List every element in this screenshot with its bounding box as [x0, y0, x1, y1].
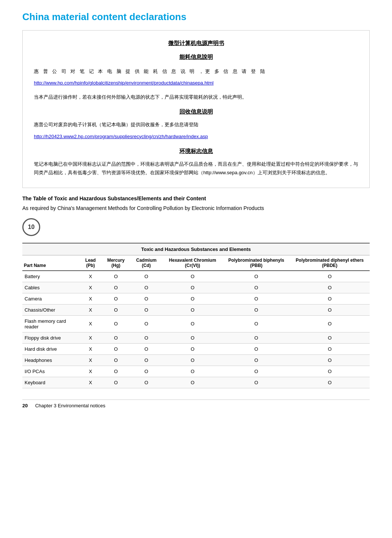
footer-page-number: 20: [22, 403, 28, 408]
footer-chapter: Chapter 3 Environmental notices: [35, 403, 105, 408]
table-row: CameraXOOOOO: [22, 293, 370, 304]
table-row: HeadphonesXOOOOO: [22, 354, 370, 366]
table-row: Flash memory card readerXOOOOO: [22, 315, 370, 332]
table-row: Floppy disk driveXOOOOO: [22, 332, 370, 343]
col-pbb: Polybrominated biphenyls (PBB): [223, 255, 290, 271]
link2[interactable]: http://h20423.www2.hp.com/program/suppli…: [34, 132, 358, 141]
col-lead: Lead (Pb): [80, 255, 102, 271]
table-row: Chassis/OtherXOOOOO: [22, 304, 370, 315]
table-row: CablesXOOOOO: [22, 282, 370, 293]
chinese-content-box: 微型计算机电源声明书 能耗信息說明 惠 普 公 司 对 笔 记 本 电 脑 提 …: [22, 30, 370, 188]
toxic-substances-table: Toxic and Hazardous Substances and Eleme…: [22, 243, 370, 388]
table-row: BatteryXOOOOO: [22, 271, 370, 282]
page-footer: 20 Chapter 3 Environmental notices: [22, 399, 370, 408]
table-row: KeyboardXOOOOO: [22, 377, 370, 388]
link1[interactable]: http://www.hp.com/hpinfo/globalcitizensh…: [34, 79, 358, 87]
recycle-text: 惠普公司对废弃的电子计算机（笔记本电脑）提供回收服务，更多信息请登陆: [34, 120, 358, 129]
table-row: Hard disk driveXOOOOO: [22, 343, 370, 354]
table-desc: As required by China's Management Method…: [22, 204, 370, 212]
energy-text: 当本产品进行操作时，若在未接任何外部输入电源的状态下，产品将实现零能耗的状况，特…: [34, 93, 358, 101]
page-title: China material content declarations: [22, 11, 370, 23]
section4-title: 环境标志信息: [34, 146, 358, 156]
table-title: Toxic and Hazardous Substances and Eleme…: [22, 243, 370, 255]
ten-icon: 10: [22, 218, 40, 236]
col-cadmium: Cadmium (Cd): [130, 255, 162, 271]
col-part-name: Part Name: [22, 255, 80, 271]
col-mercury: Mercury (Hg): [101, 255, 130, 271]
col-chromium: Hexavalent Chromium (Cr(VI)): [162, 255, 223, 271]
table-row: I/O PCAsXOOOOO: [22, 366, 370, 377]
env-text: 笔记本电脑已在中国环境标志认证产品的范围中，环境标志表明该产品不仅品质合格，而且…: [34, 160, 358, 177]
table-heading: The Table of Toxic and Hazardous Substan…: [22, 195, 370, 201]
table-title-row: Toxic and Hazardous Substances and Eleme…: [22, 243, 370, 255]
intro-spaced-text: 惠 普 公 司 对 笔 记 本 电 脑 提 供 能 耗 信 息 说 明 ，更 多…: [34, 67, 358, 76]
column-header-row: Part Name Lead (Pb) Mercury (Hg) Cadmium…: [22, 255, 370, 271]
section1-title: 微型计算机电源声明书: [34, 38, 358, 48]
section2-title: 能耗信息說明: [34, 52, 358, 62]
col-pbde: Polybrominated diphenyl ethers (PBDE): [290, 255, 370, 271]
section3-title: 回收信息说明: [34, 106, 358, 117]
